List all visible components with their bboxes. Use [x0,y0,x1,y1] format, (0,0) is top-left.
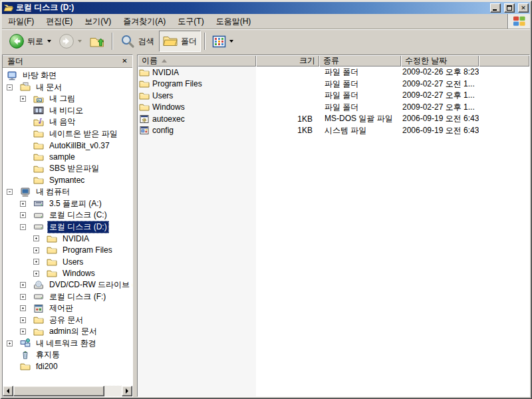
tree-item[interactable]: 제어판 [3,303,132,315]
column-header-2[interactable]: 종류 [319,55,401,66]
tree-item[interactable]: 3.5 플로피 (A:) [3,198,132,210]
tree-item-label[interactable]: Symantec [47,175,86,186]
expand-icon[interactable] [20,201,26,207]
file-row[interactable]: Windows파일 폴더2009-02-27 오후 1... [138,102,529,114]
tree-item[interactable]: 로컬 디스크 (C:) [3,209,132,221]
back-button[interactable]: 뒤로 [5,31,55,52]
tree-item[interactable]: sample [3,152,132,164]
expand-icon[interactable] [33,247,39,253]
tree-item-label[interactable]: 내 그림 [47,92,77,105]
views-dropdown-icon[interactable] [229,40,233,43]
tree-item[interactable]: 로컬 디스크 (D:) [3,221,132,233]
menu-item-0[interactable]: 파일(F) [2,14,40,29]
tree-item-label[interactable]: 3.5 플로피 (A:) [47,198,104,210]
scrollbar-thumb[interactable] [13,386,104,396]
menu-item-3[interactable]: 즐겨찾기(A) [117,14,172,29]
scroll-left-button[interactable] [3,386,13,396]
tree-item[interactable]: 휴지통 [3,349,132,361]
tree-item[interactable]: Symantec [3,175,132,187]
expand-icon[interactable] [7,340,13,346]
tree-item-label[interactable]: 공유 문서 [47,314,85,327]
horizontal-scrollbar[interactable] [3,386,132,396]
list-body[interactable]: NVIDIA파일 폴더2009-02-26 오후 8:23Program Fil… [138,66,529,396]
tree-item[interactable]: Program Files [3,245,132,257]
back-dropdown-icon[interactable] [47,40,51,43]
forward-button[interactable] [55,31,85,52]
tree-item[interactable]: 공유 문서 [3,315,132,327]
search-button[interactable]: 검색 [116,31,158,52]
tree-item[interactable]: 로컬 디스크 (F:) [3,291,132,303]
tree-item-label[interactable]: 바탕 화면 [21,69,59,82]
close-button[interactable]: ✕ [518,3,529,13]
expand-icon[interactable] [33,271,39,277]
minimize-button[interactable] [490,3,501,13]
menu-item-2[interactable]: 보기(V) [78,14,117,29]
tree-item[interactable]: 내 컴퓨터 [3,186,132,198]
collapse-icon[interactable] [20,224,26,230]
tree-item-label[interactable]: 로컬 디스크 (F:) [47,291,108,303]
tree-item[interactable]: 내 음악 [3,116,132,128]
file-row[interactable]: Program Files파일 폴더2009-02-27 오전 1... [138,78,529,90]
up-button[interactable] [86,31,108,52]
file-name[interactable]: Windows [152,102,185,112]
tree-item-label[interactable]: 내 문서 [34,81,64,94]
file-name[interactable]: NVIDIA [152,68,179,77]
tree-item[interactable]: 내 네트워크 환경 [3,338,132,350]
expand-icon[interactable] [20,294,26,300]
expand-icon[interactable] [20,317,26,323]
menu-item-4[interactable]: 도구(T) [172,14,209,29]
tree-item[interactable]: DVD/CD-RW 드라이브 (E:) [3,279,132,291]
folders-button[interactable]: 폴더 [159,31,201,52]
column-header-0[interactable]: 이름 [138,55,256,66]
tree-item[interactable]: 내 그림 [3,93,132,105]
file-name[interactable]: Users [152,91,173,100]
tree-item-label[interactable]: 제어판 [47,302,75,315]
tree-item[interactable]: 바탕 화면 [3,70,132,82]
tree-item-label[interactable]: sample [47,152,77,162]
tree-item-label[interactable]: 네이트온 받은 파일 [47,128,120,140]
tree-item-label[interactable]: Program Files [61,245,114,255]
file-row[interactable]: NVIDIA파일 폴더2009-02-26 오후 8:23 [138,66,529,78]
column-header-3[interactable]: 수정한 날짜 [401,55,479,66]
scroll-right-button[interactable] [122,386,132,396]
tree-item[interactable]: 네이트온 받은 파일 [3,128,132,140]
folders-pane-close-button[interactable]: ✕ [120,57,130,66]
tree-item[interactable]: 내 문서 [3,82,132,94]
tree-item-label[interactable]: 내 컴퓨터 [34,186,72,198]
tree-item-label[interactable]: 휴지통 [34,348,62,361]
tree-item-label[interactable]: 로컬 디스크 (C:) [47,209,109,221]
collapse-icon[interactable] [7,84,13,90]
tree-item[interactable]: Windows [3,268,132,280]
views-button[interactable] [209,32,237,51]
tree-item[interactable]: fdi200 [3,361,132,373]
expand-icon[interactable] [20,305,26,311]
title-bar[interactable]: 로컬 디스크 (D:) ✕ [2,2,530,14]
tree-item-label[interactable]: 내 비디오 [47,104,85,117]
tree-item-label[interactable]: 내 음악 [47,116,77,128]
file-row[interactable]: config1KB시스템 파일2006-09-19 오전 6:43 [138,125,529,137]
tree-item-label[interactable]: admin의 문서 [47,325,99,338]
tree-item[interactable]: Users [3,256,132,268]
file-name[interactable]: Program Files [152,79,202,88]
expand-icon[interactable] [33,259,39,265]
menu-item-5[interactable]: 도움말(H) [210,14,257,29]
tree-item[interactable]: SBS 받은파일 [3,163,132,175]
expand-icon[interactable] [20,329,26,334]
file-name[interactable]: autoexec [152,114,185,124]
tree-item[interactable]: 내 비디오 [3,105,132,117]
expand-icon[interactable] [20,96,26,102]
expand-icon[interactable] [20,212,26,218]
column-header-1[interactable]: 크기 [256,55,319,66]
tree-item-label-selected[interactable]: 로컬 디스크 (D:) [47,221,109,233]
tree-item-label[interactable]: AutoKillBit_v0.37 [47,140,112,151]
tree-item-label[interactable]: SBS 받은파일 [47,162,101,175]
tree-item-label[interactable]: Windows [61,268,97,279]
file-row[interactable]: autoexec1KBMS-DOS 일괄 파일2006-09-19 오전 6:4… [138,113,529,125]
expand-icon[interactable] [20,282,26,288]
tree-item-label[interactable]: fdi200 [34,361,60,372]
tree-item-label[interactable]: 내 네트워크 환경 [34,337,98,350]
tree-item[interactable]: NVIDIA [3,233,132,245]
menu-item-1[interactable]: 편집(E) [40,14,78,29]
tree-item-label[interactable]: Users [61,257,85,267]
tree-item-label[interactable]: DVD/CD-RW 드라이브 (E:) [47,279,132,291]
